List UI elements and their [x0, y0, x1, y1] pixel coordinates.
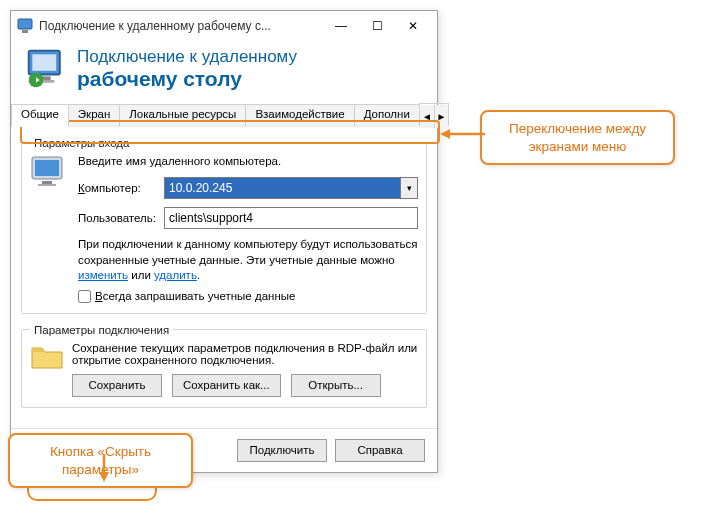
svg-rect-8: [35, 160, 59, 176]
user-label: Пользователь:: [78, 212, 164, 224]
computer-input[interactable]: [164, 177, 400, 199]
header-line1: Подключение к удаленному: [77, 47, 297, 67]
monitor-icon: [30, 155, 70, 189]
login-instruction: Введите имя удаленного компьютера.: [78, 155, 418, 167]
minimize-button[interactable]: —: [323, 14, 359, 38]
save-as-button[interactable]: Сохранить как...: [172, 374, 281, 397]
svg-rect-0: [18, 19, 32, 29]
edit-credentials-link[interactable]: изменить: [78, 269, 128, 281]
header: Подключение к удаленному рабочему столу: [11, 41, 437, 103]
delete-credentials-link[interactable]: удалить: [154, 269, 197, 281]
connection-legend: Параметры подключения: [30, 324, 173, 336]
window-title: Подключение к удаленному рабочему с...: [39, 19, 323, 33]
rdp-icon: [25, 47, 69, 91]
save-button[interactable]: Сохранить: [72, 374, 162, 397]
chevron-down-icon[interactable]: ▾: [400, 177, 418, 199]
app-icon: [17, 18, 33, 34]
credentials-note: При подключении к данному компьютеру буд…: [78, 237, 418, 284]
rdp-connection-window: Подключение к удаленному рабочему с... —…: [10, 10, 438, 473]
svg-rect-1: [22, 30, 28, 33]
maximize-button[interactable]: ☐: [359, 14, 395, 38]
login-group: Параметры входа Введите имя удаленного к…: [21, 137, 427, 314]
computer-combo[interactable]: ▾: [164, 177, 418, 199]
callout-switch-screens: Переключение между экранами меню: [480, 110, 675, 165]
tab-scroll-right[interactable]: ►: [434, 105, 448, 128]
user-input[interactable]: [164, 207, 418, 229]
always-ask-checkbox-row[interactable]: Всегда запрашивать учетные данные: [78, 290, 418, 303]
connection-desc: Сохранение текущих параметров подключени…: [72, 342, 418, 366]
folder-icon: [30, 342, 64, 372]
tab-general[interactable]: Общие: [11, 104, 69, 127]
always-ask-checkbox[interactable]: [78, 290, 91, 303]
svg-marker-12: [440, 129, 450, 139]
tab-experience[interactable]: Взаимодействие: [245, 104, 354, 127]
svg-rect-9: [42, 181, 52, 184]
tab-local-resources[interactable]: Локальные ресурсы: [119, 104, 246, 127]
computer-label: Компьютер:: [78, 182, 164, 194]
header-line2: рабочему столу: [77, 67, 297, 91]
login-legend: Параметры входа: [30, 137, 133, 149]
tab-display[interactable]: Экран: [68, 104, 120, 127]
tab-advanced[interactable]: Дополни: [354, 104, 420, 127]
tab-scroll-left[interactable]: ◄: [420, 105, 434, 128]
titlebar[interactable]: Подключение к удаленному рабочему с... —…: [11, 11, 437, 41]
callout-hide-params: Кнопка «Скрыть параметры»: [8, 433, 193, 488]
tabs: Общие Экран Локальные ресурсы Взаимодейс…: [11, 103, 437, 127]
svg-rect-10: [38, 184, 56, 186]
close-button[interactable]: ✕: [395, 14, 431, 38]
connection-group: Параметры подключения Сохранение текущих…: [21, 324, 427, 408]
dialog-body: Параметры входа Введите имя удаленного к…: [11, 127, 437, 428]
svg-rect-3: [32, 54, 56, 71]
help-button[interactable]: Справка: [335, 439, 425, 462]
connect-button[interactable]: Подключить: [237, 439, 327, 462]
open-button[interactable]: Открыть...: [291, 374, 381, 397]
